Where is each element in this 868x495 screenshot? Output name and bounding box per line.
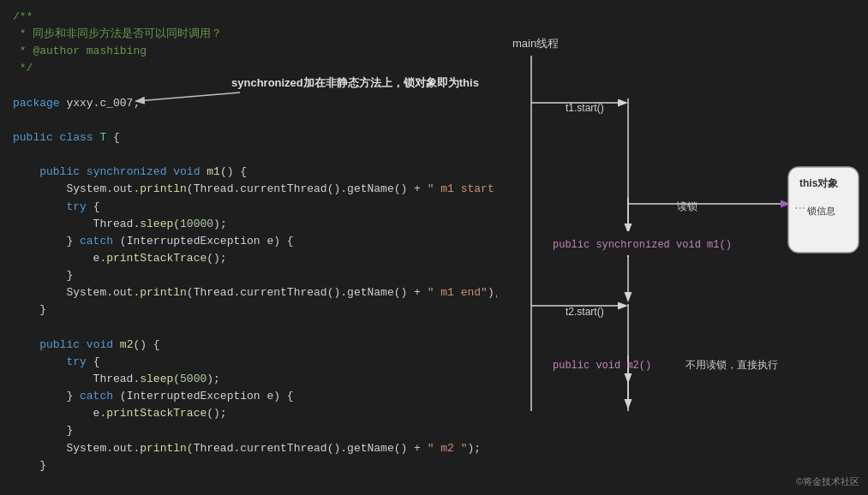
code-line-15: } [13,301,484,319]
svg-text:···: ··· [794,200,805,215]
code-line-23: } [13,457,484,474]
code-line-13: } [13,267,484,284]
code-line-5: package yxxy.c_007; [13,95,484,112]
async-method-label: public void m2() [553,360,651,372]
main-thread-label: main线程 [512,37,559,50]
t1-start-label: t1.start() [566,102,604,114]
this-obj-label: this对象 [799,177,839,189]
code-line-14: System.out.println(Thread.currentThread(… [13,284,484,301]
code-line-6: public class T { [13,129,484,146]
code-line-8: System.out.println(Thread.currentThread(… [13,181,484,198]
code-line-2: * 同步和非同步方法是否可以同时调用？ [13,26,484,43]
code-panel: /** * 同步和非同步方法是否可以同时调用？ * @author mashib… [0,0,497,495]
lock-info-label: 锁信息 [806,206,835,216]
code-line-3: * @author mashibing [13,43,484,60]
diagram-panel: main线程 t1.start() 读锁 [497,0,868,495]
code-line-21: } [13,422,484,439]
code-line-22: System.out.println(Thread.currentThread(… [13,440,484,457]
code-blank-4 [13,319,484,337]
code-line-11: } catch (InterruptedException e) { [13,233,484,250]
code-line-7: public synchronized void m1() { [13,164,484,181]
code-line-4: */ [13,60,484,77]
watermark: ©将金技术社区 [796,475,859,488]
code-line-16: public void m2() { [13,337,484,354]
code-line-20: e.printStackTrace(); [13,405,484,422]
t2-start-label: t2.start() [566,306,604,318]
code-blank-5 [13,474,484,492]
code-blank-2 [13,112,484,129]
code-line-10: Thread.sleep(10000); [13,216,484,233]
code-line-18: Thread.sleep(5000); [13,371,484,388]
read-lock-label: 读锁 [677,200,697,212]
diagram-svg: main线程 t1.start() 读锁 [497,0,868,495]
code-line-9: try { [13,199,484,216]
code-line-24: public static void main(String[] args) { [13,492,484,495]
code-blank-3 [13,146,484,164]
code-line-12: e.printStackTrace(); [13,250,484,267]
no-lock-label: 不用读锁，直接执行 [685,359,778,371]
sync-method-label: public synchronized void m1() [553,239,732,251]
code-line-17: try { [13,354,484,371]
code-line-1: /** [13,9,484,26]
code-line-19: } catch (InterruptedException e) { [13,388,484,405]
code-blank-1 [13,78,484,95]
